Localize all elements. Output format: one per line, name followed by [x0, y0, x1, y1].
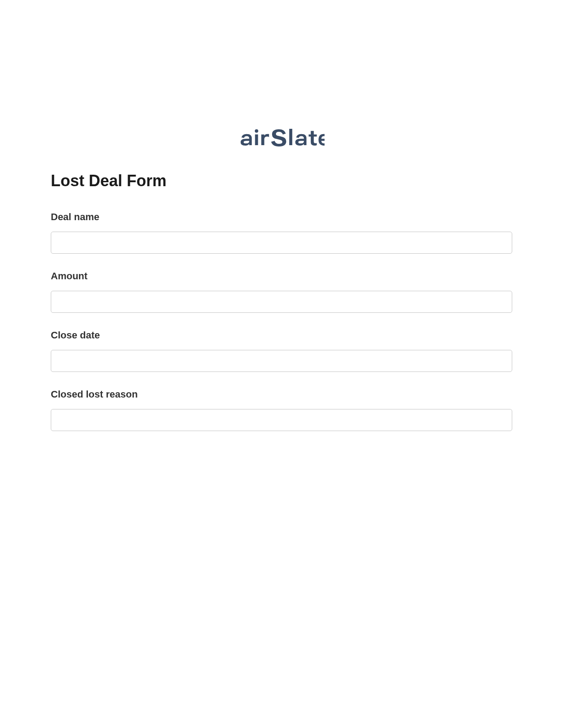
close-date-input[interactable] — [51, 350, 512, 372]
field-close-date: Close date — [51, 330, 512, 372]
amount-label: Amount — [51, 270, 512, 282]
close-date-label: Close date — [51, 330, 512, 341]
svg-point-0 — [255, 129, 258, 133]
field-closed-lost-reason: Closed lost reason — [51, 389, 512, 431]
field-deal-name: Deal name — [51, 211, 512, 254]
closed-lost-reason-input[interactable] — [51, 409, 512, 431]
closed-lost-reason-label: Closed lost reason — [51, 389, 512, 400]
deal-name-label: Deal name — [51, 211, 512, 223]
svg-rect-2 — [289, 129, 292, 145]
airslate-logo-icon — [238, 128, 325, 147]
deal-name-input[interactable] — [51, 232, 512, 254]
amount-input[interactable] — [51, 291, 512, 313]
form-title: Lost Deal Form — [51, 172, 512, 190]
field-amount: Amount — [51, 270, 512, 313]
form-page: Lost Deal Form Deal name Amount Close da… — [0, 0, 563, 431]
brand-logo — [51, 128, 512, 147]
svg-rect-1 — [255, 135, 258, 145]
